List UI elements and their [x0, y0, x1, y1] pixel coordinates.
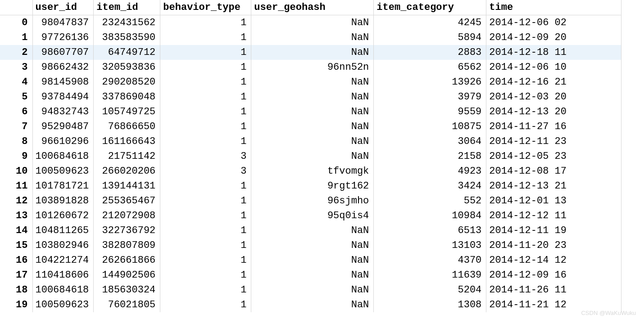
cell-user-id: 95290487: [32, 119, 94, 134]
cell-behavior-type: 1: [160, 297, 251, 312]
cell-item-category: 6562: [374, 60, 486, 75]
row-index: 5: [0, 90, 32, 104]
row-index: 8: [0, 134, 32, 149]
cell-time: 2014-12-14 12: [486, 253, 621, 268]
table-row: 171104186061449025061NaN116392014-12-09 …: [0, 268, 621, 283]
row-index: 17: [0, 268, 32, 283]
cell-item-category: 9559: [374, 104, 486, 119]
cell-user-id: 103891828: [32, 193, 94, 208]
cell-time: 2014-12-09 20: [486, 30, 621, 45]
cell-time: 2014-12-13 21: [486, 179, 621, 193]
cell-user-id: 103802946: [32, 238, 94, 253]
cell-user-id: 104811265: [32, 223, 94, 238]
table-row: 4981459082902085201NaN139262014-12-16 21: [0, 75, 621, 90]
cell-behavior-type: 1: [160, 104, 251, 119]
row-index: 12: [0, 193, 32, 208]
cell-user-id: 93784494: [32, 90, 94, 104]
cell-behavior-type: 1: [160, 179, 251, 193]
cell-behavior-type: 3: [160, 149, 251, 164]
table-row: 1110178172113914413119rgt16234242014-12-…: [0, 179, 621, 193]
cell-user-geohash: NaN: [251, 45, 374, 60]
cell-item-id: 383583590: [94, 30, 160, 45]
cell-item-category: 10984: [374, 208, 486, 223]
cell-user-id: 100684618: [32, 283, 94, 297]
cell-item-category: 5204: [374, 283, 486, 297]
cell-user-geohash: NaN: [251, 30, 374, 45]
col-header-user-geohash: user_geohash: [251, 0, 374, 15]
col-header-behavior-type: behavior_type: [160, 0, 251, 15]
col-header-user-id: user_id: [32, 0, 94, 15]
table-row: 298607707647497121NaN28832014-12-18 11: [0, 45, 621, 60]
cell-item-id: 266020206: [94, 164, 160, 179]
table-row: 151038029463828078091NaN131032014-11-20 …: [0, 238, 621, 253]
cell-user-id: 100684618: [32, 149, 94, 164]
cell-user-id: 101781721: [32, 179, 94, 193]
cell-time: 2014-12-12 11: [486, 208, 621, 223]
row-index: 4: [0, 75, 32, 90]
cell-item-id: 212072908: [94, 208, 160, 223]
table-row: 141048112653227367921NaN65132014-12-11 1…: [0, 223, 621, 238]
cell-item-category: 13103: [374, 238, 486, 253]
table-row: 9100684618217511423NaN21582014-12-05 23: [0, 149, 621, 164]
cell-user-geohash: NaN: [251, 223, 374, 238]
table-row: 19100509623760218051NaN13082014-11-21 12: [0, 297, 621, 312]
cell-user-geohash: NaN: [251, 75, 374, 90]
cell-behavior-type: 1: [160, 208, 251, 223]
cell-user-geohash: NaN: [251, 297, 374, 312]
row-index: 19: [0, 297, 32, 312]
cell-time: 2014-12-18 11: [486, 45, 621, 60]
cell-item-category: 5894: [374, 30, 486, 45]
cell-item-category: 4923: [374, 164, 486, 179]
cell-item-category: 4245: [374, 15, 486, 31]
row-index: 13: [0, 208, 32, 223]
cell-user-id: 96610296: [32, 134, 94, 149]
dataframe-table: user_id item_id behavior_type user_geoha…: [0, 0, 621, 312]
table-row: 8966102961611666431NaN30642014-12-11 23: [0, 134, 621, 149]
table-row: 12103891828255365467196sjmho5522014-12-0…: [0, 193, 621, 208]
cell-item-id: 21751142: [94, 149, 160, 164]
watermark-text: CSDN @WaKuWuku: [581, 310, 636, 316]
col-header-item-category: item_category: [374, 0, 486, 15]
row-index: 6: [0, 104, 32, 119]
cell-user-geohash: NaN: [251, 90, 374, 104]
table-row: 1977261363835835901NaN58942014-12-09 20: [0, 30, 621, 45]
cell-item-category: 3064: [374, 134, 486, 149]
cell-item-id: 232431562: [94, 15, 160, 31]
table-row: 795290487768666501NaN108752014-11-27 16: [0, 119, 621, 134]
cell-item-category: 3424: [374, 179, 486, 193]
cell-item-category: 552: [374, 193, 486, 208]
table-row: 0980478372324315621NaN42452014-12-06 02: [0, 15, 621, 31]
cell-user-id: 100509623: [32, 164, 94, 179]
cell-behavior-type: 1: [160, 223, 251, 238]
row-index: 0: [0, 15, 32, 31]
cell-user-geohash: 96nn52n: [251, 60, 374, 75]
cell-item-category: 1308: [374, 297, 486, 312]
cell-item-category: 3979: [374, 90, 486, 104]
table-row: 13101260672212072908195q0is4109842014-12…: [0, 208, 621, 223]
cell-user-geohash: NaN: [251, 119, 374, 134]
cell-behavior-type: 1: [160, 253, 251, 268]
row-index: 16: [0, 253, 32, 268]
cell-time: 2014-12-05 23: [486, 149, 621, 164]
cell-time: 2014-12-03 20: [486, 90, 621, 104]
cell-time: 2014-11-20 23: [486, 238, 621, 253]
cell-user-id: 98607707: [32, 45, 94, 60]
row-index: 14: [0, 223, 32, 238]
cell-user-id: 97726136: [32, 30, 94, 45]
cell-behavior-type: 1: [160, 268, 251, 283]
cell-user-id: 98662432: [32, 60, 94, 75]
cell-item-id: 320593836: [94, 60, 160, 75]
cell-user-geohash: 9rgt162: [251, 179, 374, 193]
cell-user-id: 104221274: [32, 253, 94, 268]
row-index: 11: [0, 179, 32, 193]
index-header: [0, 0, 32, 15]
col-header-item-id: item_id: [94, 0, 160, 15]
row-index: 18: [0, 283, 32, 297]
row-index: 3: [0, 60, 32, 75]
cell-time: 2014-11-27 16: [486, 119, 621, 134]
cell-user-geohash: NaN: [251, 253, 374, 268]
table-row: 6948327431057497251NaN95592014-12-13 20: [0, 104, 621, 119]
cell-behavior-type: 1: [160, 15, 251, 31]
cell-item-id: 76866650: [94, 119, 160, 134]
cell-behavior-type: 1: [160, 238, 251, 253]
